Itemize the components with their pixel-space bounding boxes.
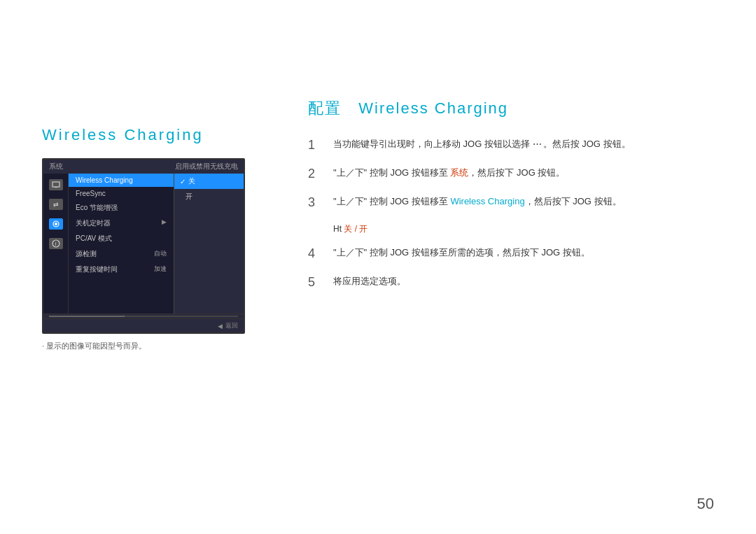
page-container: Wireless Charging 系统 启用或禁用无线充电 ⇄: [0, 0, 756, 534]
config-title-prefix: 配置: [308, 99, 342, 117]
config-title-main: Wireless Charging: [358, 99, 508, 117]
menu-item-wireless[interactable]: Wireless Charging: [69, 174, 174, 187]
step-3-text: "上／下" 控制 JOG 按钮移至 Wireless Charging，然后按下…: [333, 194, 714, 209]
svg-text:⇄: ⇄: [53, 201, 59, 208]
steps-list: 1 当功能键导引出现时，向上移动 JOG 按钮以选择 ⋯。然后按 JOG 按钮。…: [308, 136, 714, 293]
menu-item-repeat[interactable]: 重复按键时间加速: [69, 262, 174, 277]
step-4-num: 4: [308, 244, 322, 264]
svg-point-3: [55, 223, 57, 225]
menu-item-timer[interactable]: 关机定时器 ▶: [69, 216, 174, 231]
step-2-num: 2: [308, 164, 322, 184]
note-text: · 显示的图像可能因型号而异。: [42, 341, 266, 351]
step-2: 2 "上／下" 控制 JOG 按钮移至 系统，然后按下 JOG 按钮。: [308, 165, 714, 184]
svg-rect-1: [55, 187, 57, 188]
menu-item-freesync[interactable]: FreeSync: [69, 187, 174, 200]
monitor-header: 系统 启用或禁用无线充电: [43, 160, 244, 174]
scroll-indicator: ◀ 返回: [218, 321, 238, 330]
svg-text:i: i: [55, 241, 56, 247]
hint-options: 关 / 开: [344, 224, 368, 234]
step-5: 5 将应用选定选项。: [308, 274, 714, 293]
footer-label: 返回: [225, 321, 238, 330]
step-3-num: 3: [308, 192, 322, 213]
monitor-footer: ◀ 返回: [43, 318, 244, 332]
right-panel-title: 启用或禁用无线充电: [175, 162, 238, 171]
submenu-on[interactable]: 开: [174, 189, 244, 204]
monitor-submenu: ✓ 关 开: [174, 174, 244, 314]
step-1-num: 1: [308, 135, 322, 155]
menu-item-source[interactable]: 源检测自动: [69, 246, 174, 262]
step-1: 1 当功能键导引出现时，向上移动 JOG 按钮以选择 ⋯。然后按 JOG 按钮。: [308, 136, 714, 155]
step-4-text: "上／下" 控制 JOG 按钮移至所需的选项，然后按下 JOG 按钮。: [333, 245, 714, 260]
svg-rect-0: [52, 182, 59, 187]
step-1-text: 当功能键导引出现时，向上移动 JOG 按钮以选择 ⋯。然后按 JOG 按钮。: [333, 136, 714, 152]
hint-box: Ht 关 / 开: [333, 223, 714, 235]
step-3-highlight: Wireless Charging: [450, 196, 524, 206]
config-title: 配置 Wireless Charging: [308, 98, 714, 119]
icon-arrows[interactable]: ⇄: [49, 199, 63, 210]
step-5-text: 将应用选定选项。: [333, 274, 714, 289]
icon-info[interactable]: i: [49, 238, 63, 249]
section-title: Wireless Charging: [42, 126, 266, 144]
monitor-ui: 系统 启用或禁用无线充电 ⇄ i: [42, 158, 245, 334]
step-2-text: "上／下" 控制 JOG 按钮移至 系统，然后按下 JOG 按钮。: [333, 165, 714, 181]
monitor-body: ⇄ i Wireless Charging FreeSync Eco 节能增强: [43, 174, 244, 314]
step-5-num: 5: [308, 272, 322, 293]
monitor-menu-list: Wireless Charging FreeSync Eco 节能增强 关机定时…: [69, 174, 174, 314]
menu-item-eco[interactable]: Eco 节能增强: [69, 200, 174, 216]
step-2-highlight: 系统: [450, 167, 468, 178]
submenu-off[interactable]: ✓ 关: [174, 174, 244, 189]
menu-header-label: 系统: [49, 162, 63, 171]
menu-item-pcav[interactable]: PC/AV 模式: [69, 231, 174, 246]
monitor-sidebar: ⇄ i: [43, 174, 69, 314]
page-number: 50: [697, 495, 714, 513]
icon-display[interactable]: [49, 179, 63, 190]
step-3: 3 "上／下" 控制 JOG 按钮移至 Wireless Charging，然后…: [308, 194, 714, 213]
icon-settings-active[interactable]: [49, 218, 63, 230]
right-column: 配置 Wireless Charging 1 当功能键导引出现时，向上移动 JO…: [280, 28, 714, 506]
left-column: Wireless Charging 系统 启用或禁用无线充电 ⇄: [42, 28, 280, 506]
step-4: 4 "上／下" 控制 JOG 按钮移至所需的选项，然后按下 JOG 按钮。: [308, 245, 714, 264]
